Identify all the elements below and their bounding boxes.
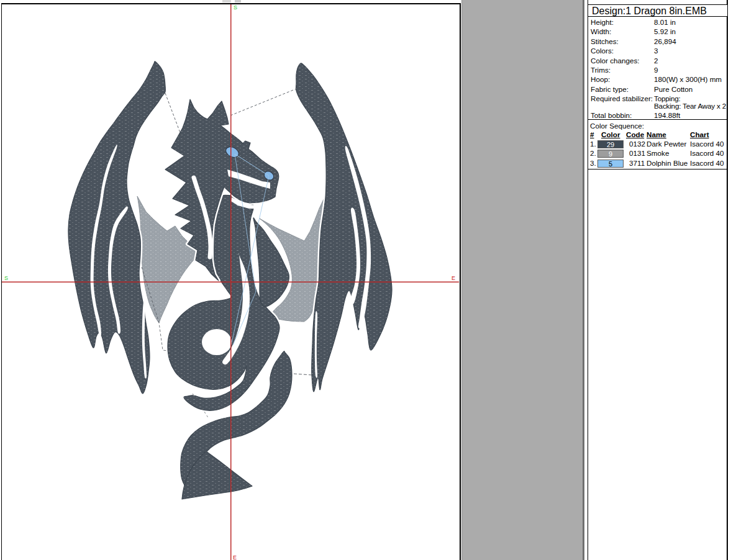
svg-text:E: E [452,275,455,281]
svg-text:S: S [4,275,8,281]
svg-text:S: S [234,4,237,11]
svg-text:E: E [233,554,237,560]
